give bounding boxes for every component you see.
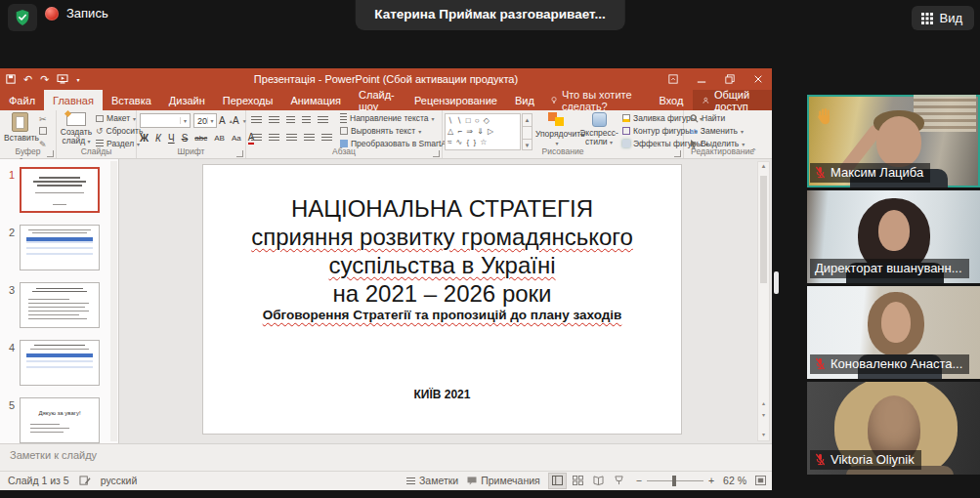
copy-icon[interactable] <box>39 127 47 135</box>
security-shield-icon[interactable] <box>8 4 37 31</box>
shared-screen-scrollbar[interactable] <box>774 271 779 294</box>
align-center-button[interactable] <box>269 134 279 143</box>
tab-review[interactable]: Рецензирование <box>405 90 506 110</box>
scrollbar-thumb[interactable] <box>760 176 767 283</box>
share-button[interactable]: Общий доступ <box>693 90 772 110</box>
scroll-up-icon[interactable]: ▴ <box>758 162 769 170</box>
bullets-button[interactable] <box>251 116 262 125</box>
tab-slideshow[interactable]: Слайд-шоу <box>350 90 405 110</box>
tab-animations[interactable]: Анимация <box>281 90 350 110</box>
tell-me-box[interactable]: Что вы хотите сделать? <box>543 90 650 110</box>
sign-in-button[interactable]: Вход <box>649 90 693 110</box>
tab-transitions[interactable]: Переходы <box>214 90 282 110</box>
zoom-out-icon[interactable]: − <box>636 475 642 486</box>
tab-file[interactable]: Файл <box>0 90 44 110</box>
justify-button[interactable] <box>304 134 315 143</box>
strikethrough-button[interactable]: S <box>182 133 189 144</box>
thumbnail-slide-2[interactable]: 2 <box>4 225 108 270</box>
scroll-down-icon[interactable]: ▾ <box>758 431 769 438</box>
tab-design[interactable]: Дизайн <box>160 90 214 110</box>
video-tile-dyrektorat[interactable]: Директорат вшануванн... <box>807 190 980 283</box>
replace-button[interactable]: abЗаменить▾ <box>690 126 744 136</box>
slide-footer-text[interactable]: КИЇВ 2021 <box>213 388 671 401</box>
editor-vertical-scrollbar[interactable]: ▴ ▴ ▾ ▾ <box>757 161 770 441</box>
previous-slide-icon[interactable]: ▴ <box>758 399 769 407</box>
zoom-in-icon[interactable]: + <box>708 475 714 486</box>
cut-icon[interactable]: ✂ <box>39 114 47 124</box>
dialog-launcher-icon[interactable] <box>236 150 243 157</box>
slide-sorter-view-button[interactable] <box>570 474 586 488</box>
close-icon[interactable] <box>744 68 772 90</box>
font-size-combo[interactable]: 20▾ <box>193 113 217 128</box>
format-painter-icon[interactable]: ✎ <box>39 140 47 149</box>
spellcheck-icon[interactable] <box>79 476 91 486</box>
zoom-slider[interactable] <box>647 480 703 481</box>
align-right-button[interactable] <box>286 134 297 143</box>
numbering-button[interactable] <box>269 116 279 125</box>
dialog-launcher-icon[interactable] <box>433 150 440 157</box>
columns-button[interactable] <box>321 134 332 143</box>
shrink-font-icon[interactable]: А▼ <box>233 115 247 126</box>
zoom-slider-thumb[interactable] <box>672 476 676 486</box>
thumbnail-content[interactable]: Дякую за увагу! <box>20 397 100 443</box>
italic-button[interactable]: К <box>155 133 161 144</box>
character-spacing-button[interactable]: АВ <box>214 134 225 143</box>
video-tile-maksym[interactable]: Максим Лациба <box>807 95 980 187</box>
fit-to-window-icon[interactable] <box>755 476 766 485</box>
thumbnail-slide-3[interactable]: 3 <box>4 282 108 328</box>
slide-canvas[interactable]: НАЦІОНАЛЬНА СТРАТЕГІЯ сприяння розвитку … <box>203 165 681 434</box>
tab-view[interactable]: Вид <box>506 90 543 110</box>
thumbnail-scrollbar[interactable] <box>110 161 117 441</box>
thumbnail-slide-1[interactable]: 1 <box>4 167 108 213</box>
dialog-launcher-icon[interactable] <box>47 150 54 157</box>
title-bar[interactable]: ↶ ↷ ▾ Презентація - PowerPoint (Сбой акт… <box>0 68 772 90</box>
ribbon-display-options-icon[interactable] <box>659 68 687 90</box>
align-left-button[interactable] <box>251 134 262 143</box>
recording-indicator[interactable]: Запись <box>45 6 108 21</box>
section-button[interactable]: Раздел▾ <box>96 139 140 148</box>
restore-icon[interactable] <box>715 68 744 90</box>
grow-font-icon[interactable]: А▲ <box>219 115 234 126</box>
dialog-launcher-icon[interactable] <box>674 150 681 157</box>
slide-title[interactable]: НАЦІОНАЛЬНА СТРАТЕГІЯ сприяння розвитку … <box>213 194 671 308</box>
slide-subtitle[interactable]: Обговорення Стратегії та пропозицій до п… <box>213 308 671 322</box>
notes-toggle[interactable]: Заметки <box>406 475 458 486</box>
thumbnail-content[interactable] <box>20 340 100 386</box>
zoom-level[interactable]: 62 % <box>723 475 746 486</box>
underline-button[interactable]: Ч <box>168 133 175 144</box>
line-spacing-button[interactable] <box>318 116 328 125</box>
clear-strike-icon[interactable]: abc <box>194 134 207 143</box>
tab-insert[interactable]: Вставка <box>103 90 160 110</box>
decrease-indent-button[interactable] <box>286 116 295 125</box>
quick-styles-button[interactable]: Экспресс-стили ▾ <box>579 112 618 147</box>
bold-button[interactable]: Ж <box>140 133 149 144</box>
thumbnail-content[interactable] <box>20 225 100 270</box>
shapes-gallery-scrollbar[interactable]: ▲ ▼ <box>522 113 533 150</box>
layout-button[interactable]: Макет▾ <box>96 113 136 123</box>
font-name-combo[interactable]: ▾ <box>140 113 191 128</box>
video-tile-konovalenko[interactable]: Коноваленко Анаста... <box>807 286 980 379</box>
shapes-gallery[interactable]: ∖ ∖ □ ○ ◇ △ ⌐ ⇒ ⇓ ▷ ≈ ∿ { } ☆ <box>445 113 521 150</box>
comments-toggle[interactable]: Примечания <box>467 475 540 486</box>
video-tile-viktoria[interactable]: Viktoria Oliynik <box>807 382 980 475</box>
normal-view-button[interactable] <box>549 474 566 488</box>
tab-home[interactable]: Главная <box>44 90 103 110</box>
next-slide-icon[interactable]: ▾ <box>758 411 769 419</box>
find-button[interactable]: Найти <box>690 113 725 123</box>
thumbnail-slide-4[interactable]: 4 <box>4 340 108 386</box>
language-indicator[interactable]: русский <box>101 475 138 486</box>
reading-view-button[interactable] <box>590 474 607 488</box>
align-text-button[interactable]: Выровнять текст▾ <box>340 126 421 136</box>
select-button[interactable]: Выделить▾ <box>690 139 745 148</box>
minimize-icon[interactable] <box>687 68 715 90</box>
increase-indent-button[interactable] <box>302 116 311 125</box>
text-direction-button[interactable]: Направление текста▾ <box>340 113 435 123</box>
thumbnail-content[interactable] <box>20 282 100 328</box>
slideshow-view-button[interactable] <box>611 474 627 488</box>
view-button[interactable]: Вид <box>912 6 974 30</box>
smartart-button[interactable]: Преобразовать в SmartArt▾ <box>340 139 457 148</box>
thumbnail-slide-5[interactable]: 5 Дякую за увагу! <box>4 397 108 443</box>
notes-pane[interactable]: Заметки к слайду <box>0 443 772 471</box>
thumbnail-content[interactable] <box>20 167 100 213</box>
paste-button[interactable]: Вставить <box>4 112 35 143</box>
